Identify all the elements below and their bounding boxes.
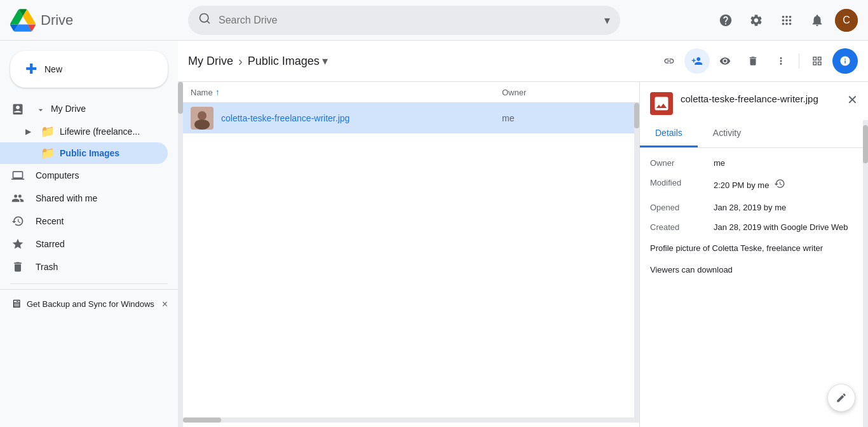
breadcrumb-bar: My Drive › Public Images ▾ [178,41,868,82]
backup-close-button[interactable]: × [162,299,168,310]
opened-value: Jan 28, 2019 by me [714,203,858,212]
sidebar: ✚ New My Drive ▶ 📁 Lifewire (freelance..… [0,41,178,427]
modified-label: Modified [650,178,714,193]
left-scroll-thumb[interactable] [178,82,183,114]
delete-button[interactable] [740,48,766,74]
breadcrumb-actions [656,48,858,74]
breadcrumb-root[interactable]: My Drive [188,55,233,68]
help-button[interactable] [713,8,738,33]
folder-icon-lifewire: 📁 [41,125,55,139]
backup-banner[interactable]: 🖥 Get Backup and Sync for Windows × [0,289,178,318]
starred-label: Starred [36,239,65,249]
more-options-button[interactable] [768,48,794,74]
col-owner-header: Owner [502,88,629,97]
detail-opened-row: Opened Jan 28, 2019 by me [650,203,858,212]
my-drive-label: My Drive [36,104,86,114]
panel-title: coletta-teske-freelance-writer.jpg [681,92,839,105]
right-panel: coletta-teske-freelance-writer.jpg ✕ Det… [639,82,868,427]
panel-scroll-thumb[interactable] [863,125,868,163]
share-link-button[interactable] [656,48,682,74]
modified-value: 2:20 PM by me [714,178,858,193]
sidebar-item-shared[interactable]: Shared with me [0,187,168,210]
tab-details[interactable]: Details [640,120,698,147]
tab-activity[interactable]: Activity [698,120,756,147]
tree-item-lifewire[interactable]: ▶ 📁 Lifewire (freelance... [0,121,178,142]
recent-icon [10,215,25,227]
search-bar[interactable]: ▾ [188,6,620,35]
new-button-label: New [44,64,62,74]
sort-asc-icon: ↑ [215,87,220,97]
sidebar-item-computers[interactable]: Computers [0,164,168,187]
computers-label: Computers [36,170,79,180]
toolbar-divider [799,53,799,69]
bottom-scroll-thumb[interactable] [183,417,221,423]
owner-label: Owner [650,158,714,168]
drive-logo-icon [10,8,36,33]
tree-label-lifewire: Lifewire (freelance... [60,126,140,137]
add-people-button[interactable] [684,48,710,74]
preview-button[interactable] [712,48,738,74]
grid-view-button[interactable] [804,48,830,74]
panel-close-button[interactable]: ✕ [847,92,858,107]
detail-modified-row: Modified 2:20 PM by me [650,178,858,193]
file-thumbnail [191,107,214,130]
file-list-body: coletta-teske-freelance-writer.jpg me [178,103,639,423]
app-name: Drive [41,12,73,29]
right-scroll-bar [634,103,639,423]
detail-created-row: Created Jan 28, 2019 with Google Drive W… [650,222,858,232]
panel-download: Viewers can download [650,265,858,274]
recent-label: Recent [36,216,64,226]
new-button[interactable]: ✚ New [10,51,168,88]
logo-area: Drive [10,8,188,33]
folder-icon-public: 📁 [41,146,55,160]
tree-label-public-images: Public Images [60,148,119,158]
notifications-button[interactable] [804,8,830,33]
right-scroll-thumb[interactable] [634,103,639,128]
breadcrumb-dropdown-icon[interactable]: ▾ [322,54,328,68]
file-name: coletta-teske-freelance-writer.jpg [221,113,502,123]
sidebar-item-recent[interactable]: Recent [0,210,168,233]
sidebar-item-starred[interactable]: Starred [0,233,168,255]
left-scroll-bar [178,82,183,427]
tree-arrow-lifewire: ▶ [25,127,36,136]
backup-computer-icon: 🖥 [10,297,22,311]
sidebar-divider [10,283,168,284]
history-icon[interactable] [774,178,785,193]
trash-icon [10,261,25,273]
svg-point-3 [198,111,207,120]
edit-description-button[interactable] [827,384,855,412]
created-label: Created [650,222,714,232]
panel-tabs: Details Activity [640,120,868,148]
topbar: Drive ▾ C [0,0,868,41]
computers-icon [10,169,25,182]
panel-description: Profile picture of Coletta Teske, freela… [650,242,858,265]
content-area: My Drive › Public Images ▾ [178,41,868,427]
created-value: Jan 28, 2019 with Google Drive Web [714,222,858,232]
user-avatar[interactable]: C [835,9,858,32]
topbar-actions: C [713,8,858,33]
sidebar-item-my-drive[interactable]: My Drive [0,98,168,121]
col-name-header[interactable]: Name ↑ [191,87,502,97]
trash-label: Trash [36,262,58,272]
breadcrumb-separator: › [238,54,243,69]
my-drive-icon [10,103,25,116]
sidebar-item-trash[interactable]: Trash [0,255,168,278]
info-button[interactable] [832,48,858,74]
settings-button[interactable] [743,8,769,33]
panel-header: coletta-teske-freelance-writer.jpg ✕ [640,82,868,115]
search-dropdown-icon[interactable]: ▾ [604,13,610,27]
breadcrumb-current-folder: Public Images ▾ [248,54,328,68]
search-icon [198,12,211,28]
apps-button[interactable] [774,8,799,33]
backup-text: Get Backup and Sync for Windows [27,299,154,309]
panel-scroll-bar [863,120,868,427]
svg-text:C: C [843,15,850,25]
table-row[interactable]: coletta-teske-freelance-writer.jpg me [178,103,639,133]
starred-icon [10,238,25,250]
svg-point-4 [194,119,210,130]
breadcrumb-current-label: Public Images [248,55,320,68]
shared-icon [10,192,25,205]
tree-item-public-images[interactable]: 📁 Public Images [0,142,168,164]
search-input[interactable] [219,15,597,26]
panel-file-icon [650,92,673,115]
